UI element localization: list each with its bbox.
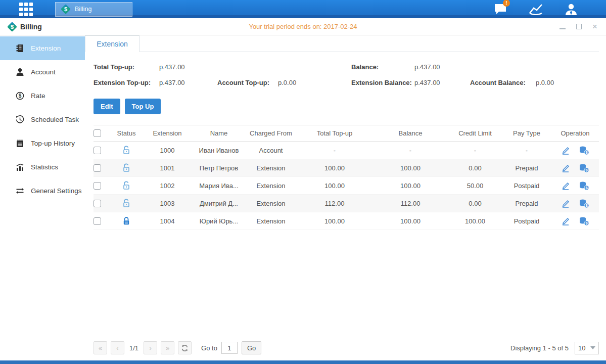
extension-topup-value: p.437.00 bbox=[159, 79, 185, 86]
page-size-select[interactable]: 10 bbox=[575, 342, 599, 354]
window-bottom-edge bbox=[0, 360, 606, 364]
topup-row-button[interactable]: $ bbox=[579, 181, 589, 191]
displaying-range: Displaying 1 - 5 of 5 bbox=[510, 344, 569, 352]
topup-button[interactable]: Top Up bbox=[125, 99, 161, 114]
unlocked-status-icon bbox=[122, 163, 131, 172]
row-checkbox[interactable] bbox=[94, 164, 101, 172]
page-indicator: 1/1 bbox=[129, 344, 138, 352]
cell-total-topup: 100.00 bbox=[297, 182, 372, 190]
cell-balance: 112.00 bbox=[372, 200, 448, 207]
row-checkbox[interactable] bbox=[94, 182, 101, 190]
sidebar-item-scheduled-task[interactable]: Scheduled Task bbox=[0, 108, 85, 131]
cell-pay-type: Prepaid bbox=[502, 200, 551, 207]
tab-strip: Extension bbox=[85, 35, 599, 52]
table-row: 1002 Мария Ива... Extension 100.00 100.0… bbox=[94, 177, 599, 195]
sidebar-item-account[interactable]: Account bbox=[0, 60, 85, 84]
edit-row-button[interactable] bbox=[561, 163, 571, 173]
topup-row-button[interactable]: $ bbox=[579, 216, 589, 226]
maximize-button[interactable] bbox=[575, 23, 583, 31]
first-page-button[interactable]: « bbox=[94, 341, 107, 354]
account-person-icon bbox=[15, 68, 24, 77]
topup-row-button[interactable]: $ bbox=[579, 163, 589, 173]
account-topup-label: Account Top-up: bbox=[217, 79, 269, 86]
cell-total-topup: 112.00 bbox=[297, 200, 372, 207]
pencil-edit-icon bbox=[561, 199, 571, 208]
close-button[interactable]: × bbox=[591, 23, 599, 31]
prev-page-button[interactable]: ‹ bbox=[111, 341, 124, 354]
maximize-icon bbox=[576, 24, 582, 29]
topbar-billing-tab[interactable]: $ Billing bbox=[55, 2, 132, 17]
close-icon: × bbox=[592, 22, 597, 31]
line-chart-icon bbox=[528, 3, 543, 16]
apps-grid-icon[interactable] bbox=[19, 3, 33, 16]
column-header-operation: Operation bbox=[551, 129, 599, 137]
sidebar-item-general-settings[interactable]: General Settings bbox=[0, 179, 85, 203]
last-page-button[interactable]: » bbox=[161, 341, 174, 354]
topup-history-notebook-icon bbox=[15, 139, 24, 148]
row-checkbox[interactable] bbox=[94, 200, 101, 207]
sidebar-item-label: Extension bbox=[31, 44, 61, 52]
goto-page-input[interactable] bbox=[221, 342, 238, 354]
sidebar-item-extension[interactable]: Extension bbox=[0, 36, 85, 60]
cell-credit-limit: 0.00 bbox=[448, 200, 502, 207]
statistics-topbar-button[interactable] bbox=[527, 3, 544, 16]
topup-row-button[interactable]: $ bbox=[579, 146, 589, 155]
locked-status-icon bbox=[122, 216, 131, 225]
sidebar-item-label: Account bbox=[31, 68, 56, 76]
coins-topup-icon: $ bbox=[579, 216, 589, 226]
svg-text:$: $ bbox=[18, 93, 21, 99]
cell-credit-limit: 50.00 bbox=[448, 182, 502, 190]
cell-extension: 1001 bbox=[142, 164, 193, 172]
goto-label: Go to bbox=[201, 344, 217, 352]
cell-extension: 1000 bbox=[142, 147, 193, 154]
edit-row-button[interactable] bbox=[561, 216, 571, 226]
edit-row-button[interactable] bbox=[561, 146, 571, 155]
row-checkbox[interactable] bbox=[94, 217, 101, 225]
account-balance-label: Account Balance: bbox=[470, 79, 526, 86]
coins-topup-icon: $ bbox=[579, 181, 589, 191]
user-icon bbox=[564, 3, 578, 16]
cell-balance: - bbox=[372, 147, 448, 154]
next-page-button[interactable]: › bbox=[144, 341, 157, 354]
edit-row-button[interactable] bbox=[561, 181, 571, 191]
refresh-icon bbox=[181, 344, 189, 352]
sidebar-item-topup-history[interactable]: Top-up History bbox=[0, 131, 85, 155]
cell-extension: 1002 bbox=[142, 182, 193, 190]
edit-row-button[interactable] bbox=[561, 199, 571, 208]
unlocked-status-icon bbox=[122, 199, 131, 208]
cell-charged-from: Extension bbox=[245, 217, 297, 225]
sidebar-item-label: Statistics bbox=[31, 163, 58, 171]
notifications-button[interactable]: ! bbox=[492, 3, 509, 16]
cell-charged-from: Extension bbox=[245, 200, 297, 207]
window-title-label: Billing bbox=[20, 23, 42, 31]
sidebar-item-rate[interactable]: $ Rate bbox=[0, 84, 85, 108]
topbar-billing-tab-label: Billing bbox=[75, 6, 91, 13]
minimize-button[interactable] bbox=[558, 23, 567, 31]
sidebar-item-statistics[interactable]: Statistics bbox=[0, 155, 85, 179]
edit-button[interactable]: Edit bbox=[94, 99, 120, 114]
balance-value: p.437.00 bbox=[414, 63, 440, 71]
table-row: 1000 Иван Иванов Account - - - - $ bbox=[94, 142, 599, 159]
table-row: 1003 Дмитрий Д... Extension 112.00 112.0… bbox=[94, 195, 599, 212]
tab-extension[interactable]: Extension bbox=[85, 35, 139, 52]
cell-balance: 100.00 bbox=[372, 164, 448, 172]
cell-charged-from: Extension bbox=[245, 182, 297, 190]
total-topup-label: Total Top-up: bbox=[94, 63, 134, 71]
cell-total-topup: 100.00 bbox=[297, 164, 372, 172]
cell-total-topup: 100.00 bbox=[297, 217, 372, 225]
sidebar-item-label: Scheduled Task bbox=[31, 116, 79, 123]
refresh-button[interactable] bbox=[178, 341, 192, 354]
coins-topup-icon: $ bbox=[579, 199, 589, 208]
select-all-checkbox[interactable] bbox=[94, 129, 101, 137]
go-button[interactable]: Go bbox=[242, 341, 261, 354]
main-content: Extension Total Top-up: p.437.00 Balance… bbox=[85, 35, 606, 360]
column-header-credit-limit: Credit Limit bbox=[448, 129, 502, 137]
cell-name: Мария Ива... bbox=[193, 182, 245, 190]
statistics-bar-chart-icon bbox=[15, 163, 24, 172]
topup-row-button[interactable]: $ bbox=[579, 199, 589, 208]
extension-topup-label: Extension Top-up: bbox=[94, 79, 151, 86]
pencil-edit-icon bbox=[561, 146, 571, 155]
row-checkbox[interactable] bbox=[94, 147, 101, 154]
user-menu-button[interactable] bbox=[563, 3, 580, 16]
unlocked-status-icon bbox=[122, 181, 131, 190]
